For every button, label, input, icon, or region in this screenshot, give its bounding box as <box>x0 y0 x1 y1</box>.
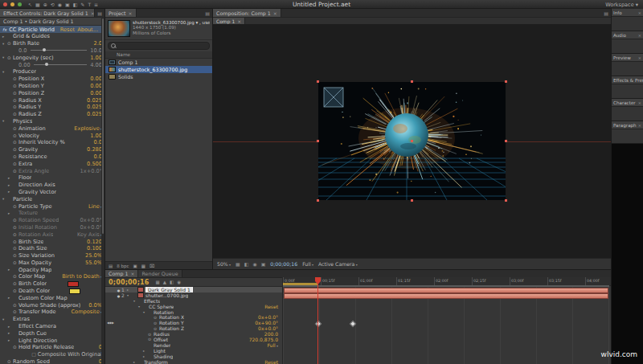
close-icon[interactable] <box>638 10 641 15</box>
timeline-row[interactable]: ⊙ Rotation Z 0x+0.0° <box>105 325 282 331</box>
effect-parameter-row[interactable]: ▾ ⊙ Birth Rate 2.0 <box>0 40 104 47</box>
layer-duration-bar[interactable] <box>284 293 608 299</box>
effect-parameter-row[interactable]: ▸ Grid & Guides <box>0 33 104 40</box>
stopwatch-icon[interactable]: ⊙ <box>148 332 154 337</box>
effect-header-row[interactable]: fx CC Particle World Reset About... <box>0 26 104 33</box>
effect-parameter-row[interactable]: ▸ Effect Camera <box>0 323 104 330</box>
hand-tool-icon[interactable]: ▦ <box>35 0 40 9</box>
keyframe-icon[interactable] <box>350 321 356 327</box>
effect-parameter-row[interactable]: ⊙ Hold Particle Release 0 <box>0 344 104 351</box>
dock-panel[interactable]: Info <box>612 9 643 31</box>
stopwatch-icon[interactable]: ⊙ <box>13 98 18 103</box>
stopwatch-icon[interactable]: ⊙ <box>13 274 18 279</box>
zoom-window-button[interactable] <box>18 2 22 6</box>
effect-parameter-row[interactable]: ▸ Opacity Map <box>0 266 104 273</box>
timeline-track-area[interactable]: 0;00f00;15f01;00f01;15f02;00f02;15f03;00… <box>282 277 611 364</box>
stopwatch-icon[interactable]: ⊙ <box>13 126 18 131</box>
effect-parameter-row[interactable]: ▾ ⊙ Longevity (sec) 1.00 <box>0 54 104 61</box>
effect-parameter-row[interactable]: ▾ Particle <box>0 195 104 202</box>
stopwatch-icon[interactable]: ⊙ <box>13 260 18 265</box>
project-item[interactable]: Solids <box>105 73 212 80</box>
frame-blending-icon[interactable]: ◧ <box>170 280 174 284</box>
panel-menu-icon[interactable] <box>203 9 212 17</box>
workspace-menu-icon[interactable]: ≡ <box>94 0 98 9</box>
timeline-row[interactable]: ◀◆▶ ⊙ Rotation Y 0x+90.0° <box>105 320 282 325</box>
stopwatch-icon[interactable]: ⊙ <box>13 345 18 350</box>
tab-project[interactable]: Project <box>105 9 137 17</box>
selection-handle[interactable] <box>411 80 413 83</box>
close-icon[interactable] <box>638 123 641 128</box>
stopwatch-icon[interactable]: ⊙ <box>13 218 18 223</box>
project-item[interactable]: Comp 1 <box>105 59 212 66</box>
zoom-tool-icon[interactable]: ⊕ <box>43 0 47 9</box>
stopwatch-icon[interactable]: ⊙ <box>13 147 18 152</box>
timeline-row[interactable]: ▸ Transform Reset <box>105 359 282 364</box>
close-icon[interactable] <box>130 271 134 276</box>
column-header-name[interactable]: Name <box>105 51 212 59</box>
twirl-icon[interactable]: ▸ <box>143 349 148 353</box>
twirl-icon[interactable]: ▾ <box>2 317 7 321</box>
timeline-row[interactable]: ⊙ Radius 200.0 <box>105 331 282 337</box>
effect-parameter-row[interactable]: ▸ Light Direction <box>0 337 104 344</box>
about-button[interactable]: About... <box>77 27 102 33</box>
effect-parameter-row[interactable]: ⊙ Position X 0.00 <box>0 76 104 83</box>
twirl-icon[interactable]: ▾ <box>2 119 7 123</box>
timeline-row[interactable]: ▾ Effects <box>105 298 282 304</box>
effect-parameter-row[interactable]: ⊙ Extra Angle 1x+0.0° <box>0 167 104 174</box>
timeline-row[interactable]: ⊙ Offset 720.0,875.0 <box>105 337 282 342</box>
stopwatch-icon[interactable]: ⊙ <box>13 133 18 138</box>
selection-handle[interactable] <box>317 80 319 83</box>
grid-guides-icon[interactable]: ▦ <box>235 261 240 267</box>
twirl-icon[interactable]: ▸ <box>8 296 13 300</box>
stopwatch-icon[interactable]: ⊙ <box>13 204 18 209</box>
selection-handle[interactable] <box>317 140 319 142</box>
pan-behind-tool-icon[interactable]: ▣ <box>65 0 70 9</box>
interpret-footage-icon[interactable]: ▤ <box>109 264 113 268</box>
stopwatch-icon[interactable]: ⊙ <box>13 288 18 293</box>
effect-parameter-row[interactable]: ▸ Direction Axis <box>0 182 104 189</box>
twirl-icon[interactable]: ▾ <box>2 70 7 74</box>
stopwatch-icon[interactable]: ⊙ <box>13 239 18 244</box>
stopwatch-icon[interactable]: ⊙ <box>13 246 18 251</box>
stopwatch-icon[interactable]: ⊙ <box>13 76 18 81</box>
effect-parameter-row[interactable]: ⊙ Death Size 0.100 <box>0 245 104 252</box>
effect-parameter-row[interactable]: ⊙ Death Color <box>0 288 104 295</box>
draft-3d-icon[interactable]: ▲ <box>163 280 166 284</box>
effect-parameter-row[interactable]: ⊙ Birth Size 0.120 <box>0 238 104 245</box>
timeline-row[interactable]: ▾ CC Sphere Reset <box>105 304 282 309</box>
stopwatch-icon[interactable]: ⊙ <box>13 169 18 174</box>
effect-parameter-row[interactable]: 0.00 4.00 <box>0 61 104 68</box>
timeline-row[interactable]: ▸ Light <box>105 348 282 354</box>
effect-parameter-row[interactable]: ⊙ Volume Shade (approx) 0.0% <box>0 301 104 309</box>
dock-panel[interactable]: Effects & Presets <box>612 76 643 99</box>
row-value[interactable]: 200.0 <box>264 331 282 337</box>
effect-parameter-row[interactable]: 0.0 10.0 <box>0 47 104 55</box>
text-tool-icon[interactable]: T <box>88 0 91 9</box>
stopwatch-icon[interactable]: ⊙ <box>13 104 18 109</box>
close-icon[interactable] <box>129 10 133 16</box>
row-value[interactable]: 0x+0.0° <box>258 314 282 320</box>
effect-parameter-row[interactable]: ⊙ Resistance 0.0 <box>0 153 104 161</box>
effect-parameter-row[interactable]: ⊙ Position Y 0.00 <box>0 83 104 90</box>
close-icon[interactable] <box>638 55 641 60</box>
effect-parameter-row[interactable]: ⊙ Particle Type Line <box>0 202 104 210</box>
color-swatch[interactable] <box>68 281 79 287</box>
effect-parameter-row[interactable]: ⊙ Max Opacity 55.0% <box>0 260 104 267</box>
stopwatch-icon[interactable]: ⊙ <box>13 84 18 88</box>
keyframe-navigator[interactable]: ◀◆▶ <box>105 321 116 325</box>
row-value[interactable]: 0x+90.0° <box>255 320 282 325</box>
zoom-level-dropdown[interactable]: 50% <box>217 261 231 267</box>
color-swatch[interactable] <box>69 288 80 294</box>
visibility-toggle[interactable] <box>116 292 121 298</box>
selection-handle[interactable] <box>505 199 507 202</box>
keyframe-icon[interactable] <box>315 321 322 327</box>
panel-menu-icon[interactable] <box>601 9 611 17</box>
close-icon[interactable] <box>638 33 641 38</box>
timeline-row[interactable]: 2 ▾ shutter...0700.jpg <box>105 292 282 298</box>
twirl-icon[interactable]: ▸ <box>127 288 132 292</box>
close-icon[interactable] <box>237 18 241 24</box>
effect-parameter-row[interactable]: ⊙ Transfer Mode Composite <box>0 309 104 316</box>
new-folder-icon[interactable]: ▣ <box>133 264 137 268</box>
tab-timeline-comp1[interactable]: Comp 1 <box>105 270 138 277</box>
layer-duration-bar[interactable] <box>284 288 608 293</box>
